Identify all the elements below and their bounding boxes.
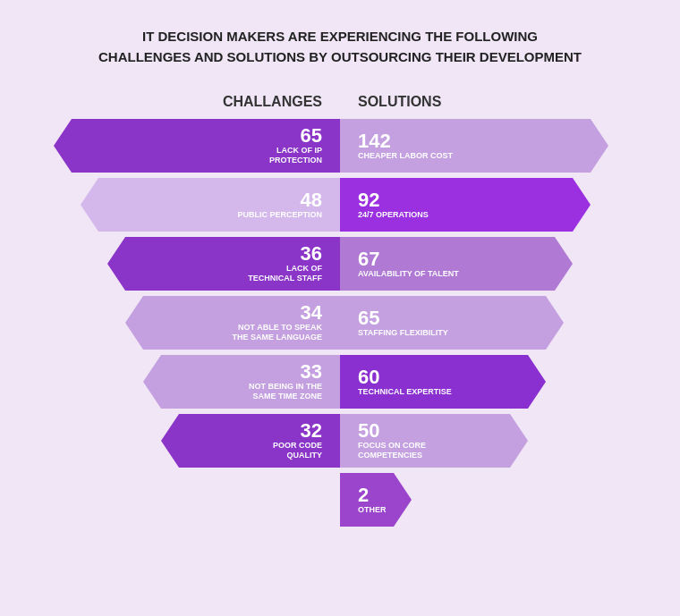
solution-bar: 60TECHNICAL EXPERTISE	[340, 355, 546, 409]
solution-bar: 2OTHER	[340, 473, 412, 527]
solution-number: 92	[358, 190, 379, 210]
challenge-label: POOR CODE QUALITY	[273, 441, 322, 460]
challenges-header: CHALLANGES	[36, 94, 340, 110]
solution-bar: 142CHEAPER LABOR COST	[340, 119, 608, 173]
solution-number: 50	[358, 421, 379, 441]
challenge-number: 36	[301, 244, 322, 264]
challenge-label: NOT ABLE TO SPEAK THE SAME LANGUAGE	[232, 323, 322, 342]
chart-row: 34NOT ABLE TO SPEAK THE SAME LANGUAGE65S…	[36, 296, 644, 350]
chart-row: 36LACK OF TECHNICAL STAFF67AVAILABILITY …	[36, 237, 644, 291]
challenge-number: 34	[301, 303, 322, 323]
challenge-bar: 36LACK OF TECHNICAL STAFF	[107, 237, 340, 291]
chart-rows: 65LACK OF IP PROTECTION142CHEAPER LABOR …	[36, 119, 644, 527]
solution-bar: 65STAFFING FLEXIBILITY	[340, 296, 564, 350]
solution-label: STAFFING FLEXIBILITY	[358, 328, 448, 338]
challenge-number: 33	[301, 362, 322, 382]
solution-number: 67	[358, 249, 379, 269]
chart-row: 48PUBLIC PERCEPTION9224/7 OPERATIONS	[36, 178, 644, 232]
solution-label: AVAILABILITY OF TALENT	[358, 269, 459, 279]
challenge-label: LACK OF IP PROTECTION	[269, 146, 322, 165]
solution-bar: 67AVAILABILITY OF TALENT	[340, 237, 573, 291]
solution-number: 142	[358, 131, 391, 151]
challenge-label: LACK OF TECHNICAL STAFF	[248, 264, 322, 283]
page-title: IT DECISION MAKERS ARE EXPERIENCING THE …	[98, 27, 582, 67]
solution-label: OTHER	[358, 505, 387, 515]
solution-number: 65	[358, 308, 379, 328]
challenge-bar: 65LACK OF IP PROTECTION	[54, 119, 340, 173]
solution-label: FOCUS ON CORE COMPETENCIES	[358, 441, 426, 460]
solution-label: CHEAPER LABOR COST	[358, 151, 453, 161]
challenge-bar: 48PUBLIC PERCEPTION	[81, 178, 340, 232]
solution-bar: 9224/7 OPERATIONS	[340, 178, 591, 232]
challenge-label: PUBLIC PERCEPTION	[237, 210, 322, 220]
solutions-header: SOLUTIONS	[340, 94, 644, 110]
challenge-label: NOT BEING IN THE SAME TIME ZONE	[249, 382, 322, 401]
chart-row: 2OTHER	[36, 473, 644, 527]
challenge-bar: 34NOT ABLE TO SPEAK THE SAME LANGUAGE	[125, 296, 340, 350]
chart-row: 33NOT BEING IN THE SAME TIME ZONE60TECHN…	[36, 355, 644, 409]
challenge-bar: 33NOT BEING IN THE SAME TIME ZONE	[143, 355, 340, 409]
solution-label: TECHNICAL EXPERTISE	[358, 387, 452, 397]
column-headers: CHALLANGES SOLUTIONS	[36, 94, 644, 110]
solution-number: 2	[358, 485, 369, 505]
chart-row: 32POOR CODE QUALITY50FOCUS ON CORE COMPE…	[36, 414, 644, 468]
solution-number: 60	[358, 367, 379, 387]
solution-label: 24/7 OPERATIONS	[358, 210, 429, 220]
chart-row: 65LACK OF IP PROTECTION142CHEAPER LABOR …	[36, 119, 644, 173]
solution-bar: 50FOCUS ON CORE COMPETENCIES	[340, 414, 528, 468]
challenge-number: 48	[301, 190, 322, 210]
challenge-number: 32	[301, 421, 322, 441]
challenge-bar: 32POOR CODE QUALITY	[161, 414, 340, 468]
challenge-number: 65	[301, 126, 322, 146]
